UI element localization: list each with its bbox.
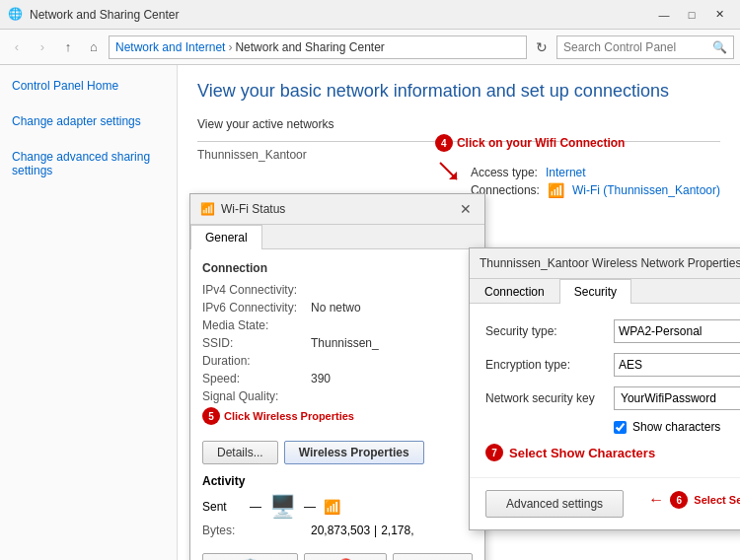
wifi-status-buttons: Details... Wireless Properties [202,435,473,464]
diagnose-button[interactable]: Diagnose [393,553,473,560]
sidebar: Control Panel Home Change adapter settin… [0,65,178,560]
signal-quality-row: Signal Quality: [202,389,473,403]
search-icon: 🔍 [712,40,727,54]
encryption-type-row: Encryption type: AES ▾ [485,353,740,377]
address-bar: ‹ › ↑ ⌂ Network and Internet › Network a… [0,30,740,65]
annotation-number-5: 5 [202,407,220,425]
ipv6-value: No netwo [311,301,361,315]
search-input[interactable] [563,40,712,54]
net-props-titlebar: Thunnissen_Kantoor Wireless Network Prop… [470,248,740,279]
show-chars-checkbox[interactable] [614,421,627,434]
breadcrumb-current: Network and Sharing Center [235,40,384,54]
signal-quality-label: Signal Quality: [202,389,311,403]
wifi-status-titlebar: 📶 Wi-Fi Status ✕ [190,194,484,225]
wifi-status-body: Connection IPv4 Connectivity: IPv6 Conne… [190,249,484,560]
tab-general[interactable]: General [190,225,262,249]
networks-area: 4 Click on your Wifi Connection Access t… [435,134,720,201]
net-props-dialog: Thunnissen_Kantoor Wireless Network Prop… [469,247,740,530]
encryption-type-select[interactable]: AES ▾ [614,353,740,377]
activity-sent-row: Sent — 🖥️ — 📶 [202,494,473,520]
page-title: View your basic network information and … [197,81,720,102]
speed-row: Speed: 390 [202,372,473,385]
maximize-button[interactable]: □ [679,5,704,25]
wireless-properties-button[interactable]: Wireless Properties [284,441,424,464]
breadcrumb: Network and Internet › Network and Shari… [109,35,527,59]
section-label: View your active networks [197,117,720,131]
content-area: View your basic network information and … [178,65,740,560]
wifi-icon: 📶 [548,182,564,198]
tab-security[interactable]: Security [559,279,631,304]
activity-section: Activity Sent — 🖥️ — 📶 Bytes: 20,873,503… [202,474,473,537]
sent-label: Sent [202,500,242,514]
red-arrow-icon [435,158,465,187]
bytes-row: Bytes: 20,873,503 | 2,178, [202,524,473,537]
close-button[interactable]: ✕ [706,5,732,25]
bytes-label: Bytes: [202,524,311,537]
ssid-value: Thunnissen_ [311,336,379,350]
window-title: Network and Sharing Center [30,8,651,22]
forward-button[interactable]: › [32,36,53,58]
home-button[interactable]: ⌂ [83,36,105,58]
properties-button[interactable]: 🛡️ Properties [202,553,298,560]
wifi-annotation: 4 Click on your Wifi Connection [435,134,720,152]
sidebar-item-home[interactable]: Control Panel Home [0,75,177,97]
tab-connection[interactable]: Connection [470,279,559,304]
security-type-select[interactable]: WPA2-Personal ▾ [614,319,740,343]
encryption-type-label: Encryption type: [485,358,614,372]
wifi-status-title: Wi-Fi Status [221,202,285,216]
title-bar: 🌐 Network and Sharing Center — □ ✕ [0,0,740,30]
wifi-status-tabs: General [190,225,484,249]
ssid-label: SSID: [202,336,311,350]
network-activity-icon: 🖥️ [269,494,296,520]
refresh-button[interactable]: ↻ [531,36,553,58]
wifi-bars-icon: 📶 [324,499,340,515]
wifi-status-dialog: 📶 Wi-Fi Status ✕ General Connection IPv4… [189,193,485,560]
show-chars-annotation-text: Select Show Characters [509,446,655,460]
up-button[interactable]: ↑ [57,36,79,58]
show-chars-annotation: 7 Select Show Characters [485,444,740,461]
ipv6-row: IPv6 Connectivity: No netwo [202,301,473,315]
wireless-properties-annotation: 5 Click Wireless Properties [202,407,473,425]
annotation-number-7: 7 [485,444,503,461]
network-key-label: Network security key [485,391,614,405]
wifi-status-close[interactable]: ✕ [457,200,475,218]
network-key-input[interactable] [614,386,740,410]
window-controls: — □ ✕ [651,5,732,25]
ipv6-label: IPv6 Connectivity: [202,301,311,315]
back-button[interactable]: ‹ [6,36,28,58]
disable-button[interactable]: 🔴 Disable [304,553,387,560]
ipv4-label: IPv4 Connectivity: [202,283,311,297]
wifi-status-icon: 📶 [200,202,215,216]
show-chars-row: Show characters [614,420,740,434]
minimize-button[interactable]: — [651,5,677,25]
sidebar-item-adapter[interactable]: Change adapter settings [0,110,177,132]
main-area: Control Panel Home Change adapter settin… [0,65,740,560]
sidebar-item-sharing[interactable]: Change advanced sharing settings [0,146,177,181]
speed-label: Speed: [202,372,311,385]
media-state-label: Media State: [202,318,311,332]
dash2-icon: — [304,500,316,514]
security-annotation-text: Select Security Tab [694,494,740,506]
show-chars-label: Show characters [632,420,720,434]
security-type-value: WPA2-Personal [619,324,702,338]
advanced-settings-button[interactable]: Advanced settings [485,490,624,518]
details-button[interactable]: Details... [202,441,278,464]
annotation-number-6: 6 [670,491,688,509]
breadcrumb-network-internet[interactable]: Network and Internet [115,40,225,54]
media-state-row: Media State: [202,318,473,332]
access-type-label: Access type: [471,166,538,179]
bytes-recv: 2,178, [381,524,413,537]
duration-row: Duration: [202,354,473,368]
app-icon: 🌐 [8,7,24,23]
access-type-value: Internet [546,166,586,179]
dash-icon: — [250,500,261,514]
encryption-type-value: AES [619,358,642,372]
connections-value[interactable]: Wi-Fi (Thunnissen_Kantoor) [572,183,720,197]
net-props-tabs: Connection Security ← 6 Select Security … [470,279,740,304]
ssid-row: SSID: Thunnissen_ [202,336,473,350]
search-box: 🔍 [556,35,734,59]
connection-section-title: Connection [202,261,473,275]
red-arrow-icon: ← [648,491,664,509]
duration-label: Duration: [202,354,311,368]
security-annotation: ← 6 Select Security Tab [648,491,740,509]
